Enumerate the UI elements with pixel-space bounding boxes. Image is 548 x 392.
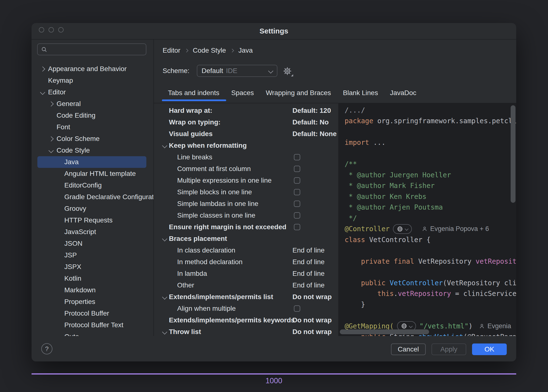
help-button[interactable]: ? — [41, 343, 52, 354]
code-line: import ... — [345, 137, 516, 148]
scheme-select[interactable]: Default IDE — [197, 65, 277, 77]
code-token: /.../ — [345, 106, 365, 114]
code-token: (VetRepository clinicS — [443, 279, 516, 287]
option-value[interactable]: End of line — [292, 281, 324, 289]
sidebar-item-java[interactable]: Java — [37, 156, 146, 168]
code-author-info[interactable]: Evgenia — [479, 322, 511, 330]
tab-wrapping-and-braces[interactable]: Wrapping and Braces — [266, 89, 331, 101]
sidebar-item-jsp[interactable]: JSP — [37, 249, 153, 261]
sidebar-item-label: Font — [37, 123, 70, 131]
option-row-in-class-declaration: In class declarationEnd of line — [154, 245, 338, 256]
code-line: } — [345, 299, 516, 310]
code-style-tabs: Tabs and indentsSpacesWrapping and Brace… — [168, 89, 416, 101]
option-value[interactable]: Default: 120 — [292, 107, 331, 114]
sidebar-item-angular-html-template[interactable]: Angular HTML template — [37, 168, 153, 180]
checkbox[interactable] — [294, 201, 300, 207]
option-label: Wrap on typing: — [154, 118, 221, 126]
code-token: @GetMapping( — [345, 322, 394, 330]
option-row-braces-placement: Braces placement — [154, 233, 338, 245]
sidebar-item-code-editing[interactable]: Code Editing — [37, 110, 153, 121]
code-line: * @author Juergen Hoeller — [345, 170, 516, 180]
language-injection-badge[interactable] — [393, 224, 412, 234]
code-line: * @author Ken Krebs — [345, 191, 516, 202]
person-icon — [422, 226, 428, 232]
settings-tree: Appearance and BehaviorKeymapEditorGener… — [32, 63, 153, 336]
sidebar-item-groovy[interactable]: Groovy — [37, 203, 153, 214]
code-line: * @author Arjen Poutsma — [345, 202, 516, 213]
checkbox[interactable] — [294, 305, 300, 312]
sidebar-item-label: JSPX — [37, 263, 81, 271]
option-value[interactable]: End of line — [292, 258, 324, 266]
code-line — [345, 310, 516, 321]
horizontal-scrollbar[interactable] — [340, 329, 429, 334]
sidebar-item-editor[interactable]: Editor — [37, 86, 153, 98]
option-row-visual-guides: Visual guidesDefault: None — [154, 128, 338, 140]
cancel-button[interactable]: Cancel — [391, 343, 426, 355]
option-value[interactable]: Do not wrap — [292, 293, 332, 301]
tab-tabs-and-indents[interactable]: Tabs and indents — [168, 89, 219, 101]
code-token: "/vets.html" — [419, 322, 468, 330]
scheme-actions-button[interactable] — [282, 66, 293, 76]
tab-spaces[interactable]: Spaces — [231, 89, 254, 101]
sidebar-item-code-style[interactable]: Code Style — [37, 145, 153, 156]
option-value[interactable]: Do not wrap — [292, 316, 332, 324]
option-value[interactable]: Default: No — [292, 118, 329, 126]
sidebar-item-font[interactable]: Font — [37, 121, 153, 133]
code-line: /** — [345, 159, 516, 170]
code-author-info[interactable]: Evgenia Popova + 6 — [422, 225, 489, 233]
code-line: package org.springframework.samples.petc… — [345, 116, 516, 127]
checkbox[interactable] — [294, 154, 300, 160]
option-value[interactable]: Do not wrap — [292, 328, 332, 336]
sidebar-item-gradle-declarative-configurat[interactable]: Gradle Declarative Configurat — [37, 191, 153, 203]
option-row-align-when-multiple: Align when multiple — [154, 303, 338, 314]
sidebar-item-label: Angular HTML template — [37, 170, 136, 178]
code-token: } — [345, 301, 365, 309]
breadcrumb-item-java[interactable]: Java — [238, 47, 253, 54]
tab-blank-lines[interactable]: Blank Lines — [343, 89, 378, 101]
chevron-down-icon — [268, 68, 273, 73]
sidebar-item-properties[interactable]: Properties — [37, 296, 153, 308]
code-line: * @author Mark Fisher — [345, 180, 516, 191]
checkbox[interactable] — [294, 224, 300, 230]
checkbox[interactable] — [294, 177, 300, 184]
option-value[interactable]: End of line — [292, 246, 324, 254]
sidebar-item-general[interactable]: General — [37, 98, 153, 110]
breadcrumb-item-editor[interactable]: Editor — [163, 47, 180, 54]
option-label: Ensure right margin is not exceeded — [154, 223, 286, 231]
sidebar-item-protocol-buffer[interactable]: Protocol Buffer — [37, 308, 153, 319]
search-input[interactable] — [50, 45, 142, 53]
scheme-hint: IDE — [226, 67, 237, 75]
sidebar-item-label: JSON — [37, 240, 83, 247]
settings-main-panel: EditorCode StyleJava Scheme: Default IDE — [154, 40, 516, 336]
checkbox[interactable] — [294, 166, 300, 172]
sidebar-item-qute[interactable]: Qute — [37, 331, 153, 336]
breadcrumb-item-code-style[interactable]: Code Style — [193, 47, 226, 54]
option-value[interactable]: Default: None — [292, 130, 337, 138]
sidebar-item-kotlin[interactable]: Kotlin — [37, 273, 153, 284]
sidebar-item-http-requests[interactable]: HTTP Requests — [37, 214, 153, 226]
checkbox[interactable] — [294, 212, 300, 219]
tab-javadoc[interactable]: JavaDoc — [390, 89, 416, 101]
sidebar-item-jspx[interactable]: JSPX — [37, 261, 153, 273]
chevron-down-icon — [405, 227, 409, 231]
option-label: Throw list — [154, 328, 201, 336]
option-value[interactable]: End of line — [292, 270, 324, 278]
vertical-scrollbar[interactable] — [511, 105, 515, 203]
sidebar-item-appearance-and-behavior[interactable]: Appearance and Behavior — [37, 63, 153, 75]
sidebar-item-json[interactable]: JSON — [37, 238, 153, 249]
tab-content: Hard wrap at:Default: 120Wrap on typing:… — [154, 103, 516, 336]
search-field[interactable] — [37, 43, 146, 55]
sidebar-item-markdown[interactable]: Markdown — [37, 284, 153, 296]
sidebar-item-keymap[interactable]: Keymap — [37, 75, 153, 86]
sidebar-item-javascript[interactable]: JavaScript — [37, 226, 153, 238]
sidebar-item-label: Code Style — [37, 147, 90, 154]
checkbox[interactable] — [294, 189, 300, 195]
sidebar-item-label: Appearance and Behavior — [37, 65, 127, 73]
sidebar-item-protocol-buffer-text[interactable]: Protocol Buffer Text — [37, 319, 153, 331]
ok-button[interactable]: OK — [472, 343, 507, 355]
sidebar-item-editorconfig[interactable]: EditorConfig — [37, 180, 153, 191]
settings-dialog: Settings Appearance and BehaviorKeymapEd… — [32, 23, 516, 361]
sidebar-item-color-scheme[interactable]: Color Scheme — [37, 133, 153, 145]
apply-button[interactable]: Apply — [432, 343, 466, 355]
code-editor[interactable]: /.../package org.springframework.samples… — [345, 105, 516, 336]
